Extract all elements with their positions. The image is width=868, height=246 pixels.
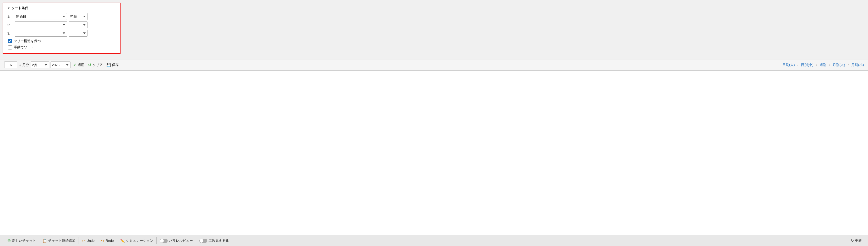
- sort-row-label-3: 3:: [7, 31, 15, 35]
- view-link-day-small[interactable]: 日別(小): [801, 63, 813, 67]
- redo-label: Redo: [105, 239, 114, 243]
- save-button[interactable]: 💾 保存: [105, 62, 120, 68]
- top-section: ▼ ソート条件 1: 開始日 終了日 優先度 昇順 降順 2:: [0, 0, 868, 59]
- view-sep-3: /: [829, 63, 830, 67]
- new-ticket-label: 新しいチケット: [12, 238, 36, 243]
- refresh-label: 更新: [855, 238, 862, 243]
- continuous-add-label: チケット連続追加: [48, 238, 75, 243]
- action-bar-right: ↻ 更新: [849, 237, 864, 244]
- apply-button[interactable]: ✔ 適用: [72, 62, 85, 68]
- effort-toggle-icon[interactable]: [199, 239, 207, 243]
- checkbox-tree[interactable]: [8, 39, 12, 43]
- sort-order-select-2[interactable]: 昇順 降順: [69, 22, 88, 28]
- simulation-button[interactable]: ✏️ シミュレーション: [117, 237, 157, 244]
- save-label: 保存: [112, 63, 119, 67]
- new-ticket-icon: ⊕: [7, 238, 11, 243]
- filter-bar-right: 日別(大) / 日別(小) / 週別 / 月別(大) / 月別(小): [782, 63, 864, 67]
- sort-panel-header: ▼ ソート条件: [7, 6, 116, 10]
- clear-button[interactable]: ↺ クリア: [87, 62, 104, 68]
- filter-bar: ヶ月分 1月 2月 3月 4月 5月 6月 7月 8月 9月 10月 11月 1…: [0, 59, 868, 71]
- view-link-month-large[interactable]: 月別(大): [833, 63, 845, 67]
- action-bar-left: ⊕ 新しいチケット 📋 チケット連続追加 ↩ Undo ↪ Redo ✏️ シミ…: [4, 237, 232, 244]
- save-icon: 💾: [106, 63, 111, 67]
- view-link-weekly[interactable]: 週別: [819, 63, 826, 67]
- undo-button[interactable]: ↩ Undo: [79, 238, 98, 244]
- sort-row-2: 2: 開始日 終了日 昇順 降順: [7, 22, 116, 28]
- undo-label: Undo: [87, 239, 95, 243]
- clear-label: クリア: [92, 63, 103, 67]
- apply-label: 適用: [78, 63, 84, 67]
- sort-row-1: 1: 開始日 終了日 優先度 昇順 降順: [7, 13, 116, 20]
- undo-icon: ↩: [82, 239, 85, 243]
- parallel-toggle-icon[interactable]: [160, 239, 168, 243]
- chevron-down-icon: ▼: [7, 6, 10, 10]
- page-wrapper: ▼ ソート条件 1: 開始日 終了日 優先度 昇順 降順 2:: [0, 0, 868, 246]
- sort-order-select-3[interactable]: 昇順 降順: [69, 30, 88, 37]
- refresh-button[interactable]: ↻ 更新: [849, 237, 864, 244]
- redo-button[interactable]: ↪ Redo: [98, 238, 117, 244]
- view-sep-1: /: [797, 63, 798, 67]
- refresh-icon: ↻: [851, 239, 854, 243]
- clear-icon: ↺: [88, 63, 91, 67]
- effort-visible-button[interactable]: 工数見える化: [196, 237, 232, 244]
- sort-field-select-2[interactable]: 開始日 終了日: [15, 22, 67, 28]
- parallel-view-button[interactable]: パラレルビュー: [157, 237, 196, 244]
- sort-row-3: 3: 開始日 終了日 昇順 降順: [7, 30, 116, 37]
- continuous-add-button[interactable]: 📋 チケット連続追加: [39, 237, 79, 244]
- sort-panel: ▼ ソート条件 1: 開始日 終了日 優先度 昇順 降順 2:: [3, 3, 121, 54]
- months-label: ヶ月分: [19, 63, 29, 67]
- checkbox-manual[interactable]: [8, 45, 12, 49]
- continuous-add-icon: 📋: [42, 239, 47, 243]
- sort-field-select-3[interactable]: 開始日 終了日: [15, 30, 67, 37]
- year-select[interactable]: 2023 2024 2025 2026: [51, 62, 70, 68]
- sort-row-label-2: 2:: [7, 23, 15, 27]
- apply-icon: ✔: [73, 63, 76, 67]
- redo-icon: ↪: [101, 239, 104, 243]
- sort-row-label-1: 1:: [7, 15, 15, 19]
- filter-bar-left: ヶ月分 1月 2月 3月 4月 5月 6月 7月 8月 9月 10月 11月 1…: [4, 62, 120, 68]
- effort-visible-label: 工数見える化: [209, 238, 229, 243]
- main-content-area: [0, 71, 868, 235]
- view-sep-2: /: [816, 63, 817, 67]
- months-input[interactable]: [4, 62, 17, 68]
- month-select[interactable]: 1月 2月 3月 4月 5月 6月 7月 8月 9月 10月 11月 12月: [31, 62, 49, 68]
- checkbox-row-tree: ツリー構造を保つ: [8, 39, 116, 43]
- simulation-icon: ✏️: [120, 239, 125, 243]
- action-bar: ⊕ 新しいチケット 📋 チケット連続追加 ↩ Undo ↪ Redo ✏️ シミ…: [0, 235, 868, 246]
- new-ticket-button[interactable]: ⊕ 新しいチケット: [4, 237, 39, 244]
- checkbox-manual-label: 手動でソート: [13, 45, 34, 50]
- view-sep-4: /: [848, 63, 849, 67]
- sort-order-select-1[interactable]: 昇順 降順: [69, 13, 88, 20]
- checkbox-tree-label: ツリー構造を保つ: [13, 39, 41, 43]
- sort-field-select-1[interactable]: 開始日 終了日 優先度: [15, 13, 67, 20]
- view-link-day-large[interactable]: 日別(大): [782, 63, 795, 67]
- simulation-label: シミュレーション: [126, 238, 153, 243]
- sort-panel-title: ソート条件: [11, 6, 28, 10]
- checkbox-row-manual: 手動でソート: [8, 45, 116, 50]
- parallel-view-label: パラレルビュー: [169, 238, 193, 243]
- view-link-month-small[interactable]: 月別(小): [851, 63, 864, 67]
